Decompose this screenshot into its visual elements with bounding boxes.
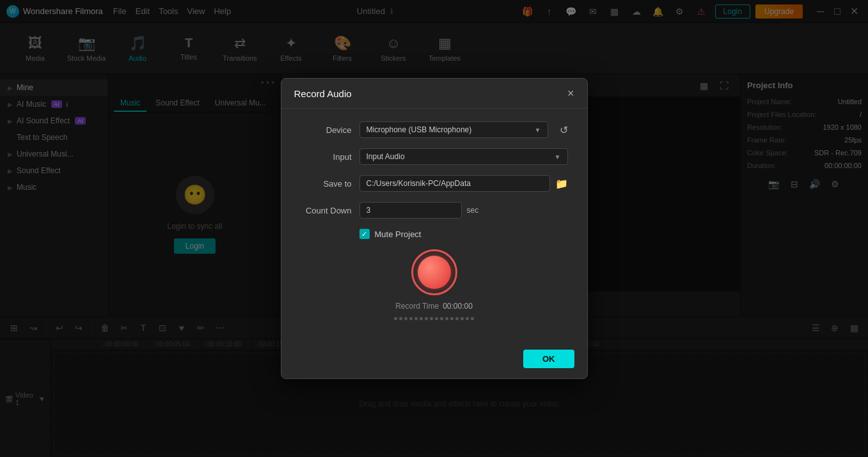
save-to-label: Save to (301, 179, 352, 189)
countdown-row: Count Down sec (301, 202, 568, 219)
dot-8 (430, 317, 433, 320)
save-to-row: Save to C:/Users/Korisnik-PC/AppData 📁 (301, 175, 568, 192)
record-progress-dots (394, 317, 474, 320)
modal-header: Record Audio × (281, 79, 587, 109)
record-button-area: Record Time 00:00:00 (301, 249, 568, 320)
dot-5 (414, 317, 418, 320)
modal-title: Record Audio (294, 88, 352, 99)
dot-15 (466, 317, 469, 320)
dot-1 (394, 317, 397, 320)
dot-3 (404, 317, 407, 320)
modal-body: Device Microphone (USB Microphone) ▼ ↺ I… (281, 109, 587, 343)
dot-12 (450, 317, 454, 320)
record-time-label: Record Time (395, 302, 439, 311)
dot-7 (425, 317, 428, 320)
modal-close-button[interactable]: × (567, 88, 574, 99)
input-label: Input (301, 152, 352, 162)
dot-10 (440, 317, 443, 320)
input-value: Input Audio (367, 152, 405, 161)
countdown-input-group: sec (359, 202, 479, 219)
refresh-device-icon[interactable]: ↺ (560, 124, 568, 136)
dot-13 (455, 317, 459, 320)
input-dropdown-arrow: ▼ (555, 153, 561, 160)
folder-browse-icon[interactable]: 📁 (555, 178, 568, 190)
dot-6 (420, 317, 423, 320)
modal-overlay: Record Audio × Device Microphone (USB Mi… (0, 0, 868, 457)
record-time-row: Record Time 00:00:00 (395, 302, 473, 311)
dot-14 (461, 317, 464, 320)
input-row: Input Input Audio ▼ (301, 148, 568, 165)
dot-2 (399, 317, 402, 320)
dot-9 (435, 317, 438, 320)
record-inner-circle (418, 256, 451, 289)
mute-label: Mute Project (375, 229, 422, 239)
record-time-value: 00:00:00 (443, 302, 473, 311)
device-selector[interactable]: Microphone (USB Microphone) ▼ (359, 121, 548, 138)
dot-16 (471, 317, 474, 320)
input-selector[interactable]: Input Audio ▼ (359, 148, 568, 165)
device-row: Device Microphone (USB Microphone) ▼ ↺ (301, 121, 568, 138)
dot-4 (409, 317, 413, 320)
device-value: Microphone (USB Microphone) (367, 125, 472, 134)
record-button[interactable] (411, 249, 457, 295)
record-audio-modal: Record Audio × Device Microphone (USB Mi… (281, 78, 588, 379)
modal-footer: OK (281, 343, 587, 378)
device-label: Device (301, 125, 352, 135)
countdown-input[interactable] (359, 202, 462, 219)
save-path-value: C:/Users/Korisnik-PC/AppData (359, 175, 550, 192)
mute-project-row: ✓ Mute Project (301, 229, 568, 239)
dot-11 (445, 317, 448, 320)
device-dropdown-arrow: ▼ (535, 127, 541, 134)
mute-checkbox[interactable]: ✓ (359, 229, 370, 239)
ok-button[interactable]: OK (523, 350, 574, 368)
countdown-label: Count Down (301, 206, 352, 215)
save-path-control: C:/Users/Korisnik-PC/AppData 📁 (359, 175, 568, 192)
sec-label: sec (467, 206, 479, 215)
